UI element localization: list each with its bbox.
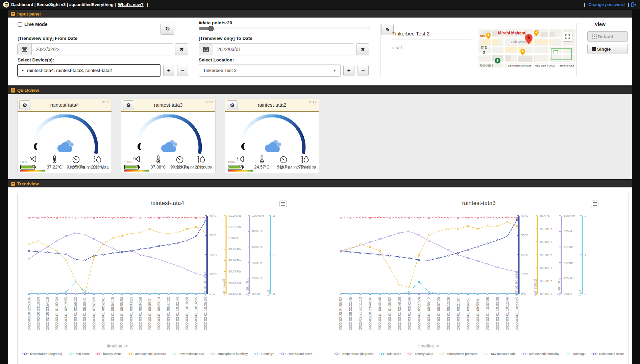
trendview-header[interactable]: ▼ Trendview xyxy=(8,180,632,187)
chart-menu-button[interactable] xyxy=(279,201,287,207)
terms-of-use-link[interactable]: Terms of Use xyxy=(558,64,574,67)
axis-title: rain xyxy=(266,288,271,296)
quickview-card: ⚙raintest-tata4v:12037.22°C91.05KPa23%rH… xyxy=(17,99,112,173)
refresh-button[interactable]: ↻ xyxy=(161,23,174,35)
legend-marker-icon xyxy=(521,352,528,356)
data-point xyxy=(177,293,178,294)
park-poi-icon[interactable] xyxy=(495,58,500,63)
cloud-icon xyxy=(262,139,283,154)
legend-item[interactable]: atmospheric humidity xyxy=(521,352,560,356)
legend-item[interactable]: atmospheric humidity xyxy=(210,352,248,356)
data-point xyxy=(389,293,390,294)
restaurant-poi-icon[interactable] xyxy=(486,33,491,39)
legend-item[interactable]: raw moisture adc xyxy=(483,352,515,356)
edit-location-button[interactable]: ✎ xyxy=(381,24,394,35)
calendar-icon[interactable] xyxy=(199,44,213,55)
section-title: Input panel xyxy=(17,11,41,17)
view-default-button[interactable]: Default xyxy=(587,31,628,42)
data-point xyxy=(195,293,197,294)
device-select[interactable]: ▼ raintest-tata4, raintest-tata3, rainte… xyxy=(17,64,161,77)
cafe-poi-icon[interactable] xyxy=(520,49,525,55)
legend-item[interactable]: rain score xyxy=(68,352,90,356)
slider-thumb[interactable] xyxy=(208,26,214,31)
separator: | xyxy=(584,2,586,7)
view-single-button[interactable]: Single xyxy=(587,44,628,54)
x-tick-label: 2022-03-01 09:03:25 xyxy=(129,297,133,330)
keyboard-shortcuts-link[interactable]: Keyboard shortcuts xyxy=(508,64,532,67)
legend-item[interactable]: Raining? xyxy=(565,352,586,356)
google-map[interactable]: Mirchi Maharaj 18th Cross Rd ins E 3 3 xyxy=(478,29,575,68)
map-pin-icon[interactable] xyxy=(525,34,533,44)
collapse-icon[interactable]: ▼ xyxy=(11,12,15,16)
remove-device-button[interactable]: − xyxy=(177,65,188,76)
collapse-icon[interactable]: ▼ xyxy=(11,182,15,186)
device-title: raintest-tata2 xyxy=(225,102,319,108)
data-point xyxy=(399,217,400,218)
data-point xyxy=(112,248,113,249)
data-point xyxy=(84,217,85,218)
legend-item[interactable]: Rain sound score xyxy=(279,352,313,356)
x-tick-label: 2022-03-01 02:46:38 xyxy=(397,297,401,330)
legend-marker-icon xyxy=(68,352,74,356)
live-mode-checkbox[interactable] xyxy=(18,22,22,27)
data-point xyxy=(205,293,206,294)
x-tick-label: 2022-03-01 09:04:58 xyxy=(138,297,142,330)
legend-item[interactable]: Raining? xyxy=(253,352,274,356)
collapse-icon[interactable]: ▼ xyxy=(11,88,15,93)
input-panel-header[interactable]: ▼ Input panel xyxy=(8,10,632,18)
logout-icon[interactable] xyxy=(631,2,637,7)
data-point xyxy=(103,243,104,244)
map-block-label: E 3 xyxy=(481,46,487,50)
x-tick-label: 2022-03-01 08:58:12 xyxy=(427,297,431,330)
data-point xyxy=(418,217,420,218)
add-location-button[interactable]: + xyxy=(343,65,354,76)
clear-to-date-button[interactable]: ✖ xyxy=(356,43,369,55)
legend-item[interactable]: atmospheric pressure xyxy=(439,352,477,356)
legend-item[interactable]: temperature (degrees) xyxy=(334,352,374,356)
change-password-link[interactable]: Change password xyxy=(588,2,625,7)
remove-location-button[interactable]: − xyxy=(358,65,369,76)
axis-tick-label: 90.7KPa xyxy=(228,269,241,273)
x-tick-label: 2022-03-01 10:03:38 xyxy=(495,297,499,330)
data-point xyxy=(409,287,410,288)
restaurant-poi-icon[interactable] xyxy=(534,30,539,36)
whats-new-link[interactable]: What's new? xyxy=(118,2,144,7)
live-mode-toggle[interactable]: Live Mode xyxy=(18,22,47,27)
chart-menu-button[interactable] xyxy=(591,201,598,207)
x-tick-label: 2022-03-01 09:47:32 xyxy=(166,297,170,330)
data-point xyxy=(428,240,429,241)
legend-label: Rain sound score xyxy=(599,352,624,356)
data-point xyxy=(149,228,150,230)
add-device-button[interactable]: + xyxy=(163,65,174,76)
x-tick-label: 2022-03-01 09:23:14 xyxy=(157,297,161,330)
pressure-gauge-icon xyxy=(72,155,80,164)
data-point xyxy=(66,293,67,294)
data-point xyxy=(112,237,113,239)
legend-item[interactable]: rain score xyxy=(379,352,401,356)
clear-from-date-button[interactable]: ✖ xyxy=(175,43,188,55)
legend-marker-icon xyxy=(253,352,260,356)
to-date-input[interactable] xyxy=(213,44,354,55)
calendar-icon[interactable] xyxy=(18,44,32,55)
legend-item[interactable]: battery value xyxy=(407,352,433,356)
data-point xyxy=(458,228,459,229)
x-tick-label: 2022-03-01 08:58:50 xyxy=(120,297,124,330)
data-point xyxy=(379,250,380,252)
legend-item[interactable]: atmospheric pressure xyxy=(127,352,166,356)
data-point xyxy=(75,232,76,234)
legend-item[interactable]: Rain sound score xyxy=(591,352,624,356)
last-reading-timestamp: 2022-01-07 10:11:28 xyxy=(277,165,316,170)
axis-tick-label: 60%rH xyxy=(252,245,262,249)
data-point xyxy=(428,291,429,292)
data-point xyxy=(158,245,159,247)
legend-item[interactable]: battery value xyxy=(95,352,121,356)
location-select[interactable]: Tinkerbee Test 2 ▼ xyxy=(199,64,341,77)
temperature-value: 24.57°C xyxy=(254,165,270,170)
from-date-input[interactable] xyxy=(32,44,173,55)
legend-item[interactable]: raw moisture adc xyxy=(171,352,204,356)
quickview-header[interactable]: ▼ Quickview xyxy=(8,86,632,94)
legend-item[interactable]: temperature (degrees) xyxy=(22,352,62,356)
map-fullscreen-button[interactable] xyxy=(563,32,572,41)
data-point xyxy=(360,252,361,254)
data-points-slider[interactable] xyxy=(199,27,370,30)
